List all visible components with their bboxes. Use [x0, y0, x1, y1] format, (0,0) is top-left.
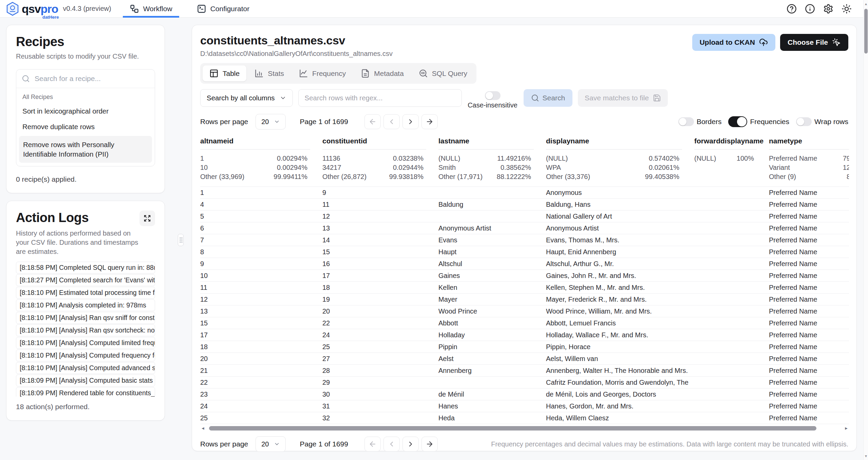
hscroll-left-arrow[interactable]: ◂ [200, 425, 206, 431]
hscroll-right-arrow[interactable]: ▸ [844, 425, 849, 431]
tab-sql-query[interactable]: SQL Query [412, 65, 474, 81]
search-button[interactable]: Search [524, 89, 573, 107]
rows-per-page-label: Rows per page [200, 440, 248, 448]
column-header[interactable]: forwarddisplayname [694, 135, 769, 149]
upload-to-ckan-button[interactable]: Upload to CKAN [692, 34, 775, 51]
cell-displayname: Wood Prince, William, Mr. and Mrs. [546, 305, 694, 317]
tab-stats[interactable]: Stats [248, 65, 291, 81]
recipe-list-box: All Recipes Sort in lexicographical orde… [16, 69, 155, 166]
column-header[interactable]: constituentid [322, 135, 438, 149]
cell-nametype: Preferred Name [769, 353, 849, 364]
rows-per-page-select[interactable]: 20 [256, 436, 285, 452]
save-matches-button[interactable]: Save matches to file [578, 89, 668, 107]
cell-lastname [438, 377, 546, 388]
info-icon[interactable] [805, 4, 815, 14]
recipe-item[interactable]: Sort in lexicographical order [16, 103, 155, 119]
recipes-title: Recipes [16, 35, 155, 49]
cell-nametype: Preferred Name [769, 270, 849, 281]
wrap-rows-toggle[interactable] [796, 117, 812, 126]
cell-nametype: Preferred Name [769, 400, 849, 412]
cell-displayname: Pippin, Horace [546, 341, 694, 353]
column-header[interactable]: lastname [438, 135, 546, 149]
cell-altnameid: 18 [200, 341, 322, 353]
hscroll-thumb[interactable] [209, 426, 816, 431]
cell-forwarddisplayname [694, 317, 769, 329]
cell-lastname: Evans [438, 234, 546, 246]
scrollbar-down-arrow[interactable]: ▼ [864, 454, 868, 458]
recipe-item[interactable]: Remove duplicate rows [16, 119, 155, 135]
cell-displayname: Mayer, Frederick R., Mr. and Mrs. [546, 294, 694, 305]
recipe-item-selected[interactable]: Remove rows with Personally Identifiable… [19, 136, 152, 163]
next-page-button[interactable] [402, 114, 419, 129]
cell-constituentid: 19 [322, 294, 438, 305]
tab-label: SQL Query [432, 69, 467, 78]
table-row: 17 24 Holladay Holladay, Wallace F., Mr.… [200, 329, 849, 341]
search-scope-select[interactable]: Search by all columns [200, 89, 293, 107]
cell-altnameid: 20 [200, 353, 322, 364]
previous-page-button[interactable] [383, 437, 400, 452]
hscroll-track[interactable] [206, 426, 844, 431]
table-row: 18 25 Pippin Pippin, Horace Preferred Na… [200, 341, 849, 353]
column-header[interactable]: nametype [769, 135, 849, 149]
freq-value: Other (33,969) [200, 172, 244, 181]
scrollbar-thumb[interactable] [864, 9, 868, 54]
cell-nametype: Preferred Name [769, 282, 849, 293]
theme-sun-icon[interactable] [842, 4, 852, 14]
column-header[interactable]: altnameid [200, 135, 322, 149]
recipe-search-input[interactable] [34, 74, 149, 83]
scrollbar-up-arrow[interactable]: ▲ [864, 2, 868, 6]
frequencies-toggle[interactable] [728, 116, 747, 127]
cell-displayname: Anonymous Artist [546, 222, 694, 234]
window-scrollbar[interactable]: ▲ ▼ [863, 0, 868, 460]
expand-logs-button[interactable] [139, 211, 155, 226]
app-version: v0.4.3 (preview) [63, 5, 111, 13]
chevron-right-icon [407, 118, 415, 126]
cell-nametype: Preferred Name [769, 234, 849, 246]
freq-percent: 12 [843, 163, 849, 172]
tab-label: Frequency [312, 69, 346, 78]
frequency-cell: 10.00294% 100.00294% Other (33,969)99.99… [200, 154, 322, 181]
freq-percent: 0.38562% [501, 163, 531, 172]
log-entry: [8:18:10 PM] [Analysis] Computed limited… [16, 337, 155, 349]
cell-altnameid: 11 [200, 282, 322, 293]
borders-label: Borders [697, 118, 722, 126]
choose-file-label: Choose File [788, 38, 828, 46]
last-page-button[interactable] [421, 114, 438, 129]
line-chart-icon [299, 69, 308, 78]
borders-toggle[interactable] [678, 117, 694, 126]
recipes-subtitle: Reusable scripts to modify your CSV file… [16, 52, 155, 61]
freq-value: Other (17,971) [438, 172, 483, 181]
last-page-button[interactable] [421, 437, 438, 452]
rows-per-page-select[interactable]: 20 [256, 114, 285, 129]
table-row: 25 32 Heda Heda, Willem Claesz Preferred… [200, 412, 849, 424]
log-entry: [8:18:27 PM] Completed search for 'Evans… [16, 274, 155, 286]
table-row: 21 28 Annenberg Annenberg, Walter H., Th… [200, 365, 849, 377]
table-row: 10 17 Gaines Gaines, John R., Mr. and Mr… [200, 270, 849, 282]
choose-file-button[interactable]: Choose File [780, 34, 848, 51]
search-scope-label: Search by all columns [207, 94, 275, 102]
table-body: 1 9 Anonymous Preferred Name 4 11 Baldun… [200, 187, 849, 424]
tab-table[interactable]: Table [203, 65, 246, 81]
horizontal-scrollbar[interactable]: ◂ ▸ [200, 425, 849, 431]
help-icon[interactable] [787, 4, 797, 14]
column-header[interactable]: displayname [546, 135, 694, 149]
case-insensitive-toggle[interactable] [485, 91, 501, 100]
first-page-button[interactable] [364, 437, 381, 452]
regex-search-input[interactable] [298, 89, 462, 107]
cell-displayname: Evans, Thomas M., Mrs. [546, 234, 694, 246]
nav-tab-configurator[interactable]: Configurator [194, 0, 252, 18]
panel-resize-handle[interactable] [178, 234, 184, 246]
freq-percent: 99.99411% [273, 172, 307, 181]
case-insensitive-control: Case-insensitive [467, 91, 518, 109]
tab-frequency[interactable]: Frequency [292, 65, 353, 81]
table-display-toggles: Borders Frequencies Wrap rows [678, 116, 848, 127]
file-text-icon [361, 69, 370, 78]
nav-tab-workflow[interactable]: Workflow [127, 0, 175, 18]
view-tabs: Table Stats Frequency Metadata SQL Query [200, 63, 476, 84]
previous-page-button[interactable] [383, 114, 400, 129]
settings-gear-icon[interactable] [823, 4, 833, 14]
first-page-button[interactable] [364, 114, 381, 129]
next-page-button[interactable] [402, 437, 419, 452]
tab-metadata[interactable]: Metadata [354, 65, 411, 81]
cell-nametype: Preferred Name [769, 377, 849, 388]
